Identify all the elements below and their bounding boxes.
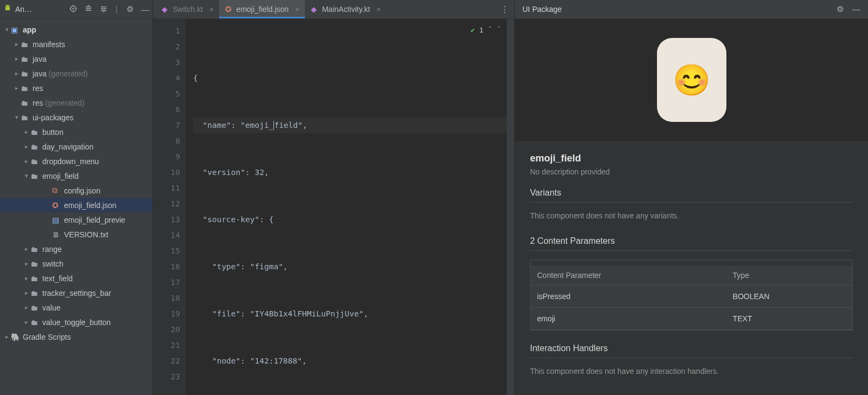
emoji-glyph: 😊 — [673, 62, 711, 98]
editor-body[interactable]: 123456789 1011121314151617 181920212223 … — [153, 19, 514, 395]
tree-node-text-field[interactable]: ▸🖿text_field — [0, 271, 152, 286]
minimize-icon[interactable]: — — [141, 5, 149, 14]
component-description: No description provided — [530, 167, 853, 176]
variants-empty: This component does not have any variant… — [530, 211, 853, 220]
line-gutter: 123456789 1011121314151617 181920212223 — [153, 19, 186, 395]
tree-node-res-generated[interactable]: ▸🖿res (generated) — [0, 95, 152, 110]
ui-package-panel: UI Package ⚙ — 😊 emoji_field No descript… — [514, 0, 868, 395]
tree-node-emoji-field[interactable]: ▾🖿emoji_field — [0, 169, 152, 183]
divider — [530, 250, 853, 251]
kotlin-file-icon: ◆ — [161, 5, 168, 13]
tree-node-switch[interactable]: ▸🖿switch — [0, 256, 152, 271]
collapse-all-icon[interactable] — [100, 5, 107, 14]
tab-switch-kt[interactable]: ◆ Switch.kt × — [155, 0, 219, 18]
svg-point-1 — [8, 6, 9, 7]
panel-header: UI Package ⚙ — — [515, 0, 868, 19]
tree-node-java[interactable]: ▸🖿java — [0, 51, 152, 66]
col-content-parameter: Content Parameter — [531, 266, 726, 286]
emoji-tile: 😊 — [657, 38, 726, 122]
table-row: emoji TEXT — [531, 308, 852, 330]
sidebar-header: An… │ ⚙ — — [0, 0, 152, 19]
divider — [530, 202, 853, 203]
variants-heading: Variants — [530, 188, 853, 198]
svg-point-3 — [72, 8, 74, 9]
tree-node-range[interactable]: ▸🖿range — [0, 242, 152, 256]
interaction-handlers-heading: Interaction Handlers — [530, 344, 853, 353]
editor-scrollbar[interactable] — [507, 19, 514, 395]
close-icon[interactable]: × — [295, 5, 299, 14]
divider — [530, 358, 853, 358]
tree-file-version-txt[interactable]: 🗎VERSION.txt — [0, 227, 152, 242]
tab-main-activity-kt[interactable]: ◆ MainActivity.kt × — [305, 0, 386, 18]
tree-node-ui-packages[interactable]: ▾🖿ui-packages — [0, 110, 152, 125]
tree-node-app[interactable]: ▾▣app — [0, 22, 152, 37]
target-icon[interactable] — [69, 5, 77, 14]
tree-node-dropdown-menu[interactable]: ▸🖿dropdown_menu — [0, 154, 152, 169]
tree-node-gradle-scripts[interactable]: ▸🐘Gradle Scripts — [0, 329, 152, 344]
check-icon: ✔ — [470, 22, 475, 38]
find-prev-icon[interactable]: ˆ — [488, 22, 492, 38]
close-icon[interactable]: × — [376, 5, 381, 14]
expand-all-icon[interactable] — [85, 5, 92, 14]
svg-point-0 — [6, 6, 7, 7]
close-icon[interactable]: × — [209, 5, 214, 14]
tree-node-day-navigation[interactable]: ▸🖿day_navigation — [0, 139, 152, 154]
android-icon — [3, 4, 12, 15]
tree-node-value[interactable]: ▸🖿value — [0, 300, 152, 315]
json-file-icon: ✪ — [225, 5, 232, 13]
table-row: isPressed BOOLEAN — [531, 286, 852, 308]
tree-node-java-generated[interactable]: ▸🖿java (generated) — [0, 66, 152, 81]
tree-node-manifests[interactable]: ▸🖿manifests — [0, 37, 152, 51]
tab-emoji-field-json[interactable]: ✪ emoji_field.json × — [219, 0, 305, 18]
tree-node-button[interactable]: ▸🖿button — [0, 125, 152, 139]
handlers-empty: This component does not have any interac… — [530, 367, 853, 375]
tree-file-config-json[interactable]: ⧉config.json — [0, 183, 152, 198]
tree-file-emoji-field-preview[interactable]: ▤emoji_field_previe — [0, 212, 152, 227]
minimize-icon[interactable]: — — [852, 4, 860, 14]
gear-icon[interactable]: ⚙ — [126, 4, 133, 14]
col-type: Type — [726, 266, 852, 286]
tree-file-emoji-field-json[interactable]: ✪emoji_field.json — [0, 198, 152, 212]
editor-tabbar: ◆ Switch.kt × ✪ emoji_field.json × ◆ Mai… — [153, 0, 514, 19]
component-preview: 😊 — [515, 19, 868, 141]
project-tree: ▾▣app ▸🖿manifests ▸🖿java ▸🖿java (generat… — [0, 19, 152, 395]
sidebar-title: An… — [15, 5, 32, 14]
code-content[interactable]: ✔ 1 ˆ ˇ { "name": "emoji_field", "versio… — [186, 19, 507, 395]
kotlin-file-icon: ◆ — [310, 5, 318, 13]
tree-node-tracker-settings-bar[interactable]: ▸🖿tracker_settings_bar — [0, 286, 152, 300]
content-params-heading: 2 Content Parameters — [530, 236, 853, 246]
gear-icon[interactable]: ⚙ — [837, 4, 844, 14]
find-indicator: ✔ 1 ˆ ˇ — [470, 22, 501, 38]
component-name: emoji_field — [530, 153, 853, 164]
panel-body: emoji_field No description provided Vari… — [515, 141, 868, 395]
divider: │ — [115, 5, 119, 13]
find-next-icon[interactable]: ˇ — [497, 22, 501, 38]
panel-title: UI Package — [522, 5, 561, 14]
more-tabs-icon[interactable]: ⋮ — [501, 4, 509, 14]
editor-area: ◆ Switch.kt × ✪ emoji_field.json × ◆ Mai… — [153, 0, 514, 395]
find-count: 1 — [479, 22, 483, 38]
project-sidebar: An… │ ⚙ — ▾▣app ▸🖿manifests ▸🖿java ▸🖿jav… — [0, 0, 153, 395]
content-params-table: Content Parameter Type isPressed BOOLEAN… — [530, 260, 853, 331]
tree-node-res[interactable]: ▸🖿res — [0, 81, 152, 95]
tree-node-value-toggle-button[interactable]: ▸🖿value_toggle_button — [0, 315, 152, 329]
